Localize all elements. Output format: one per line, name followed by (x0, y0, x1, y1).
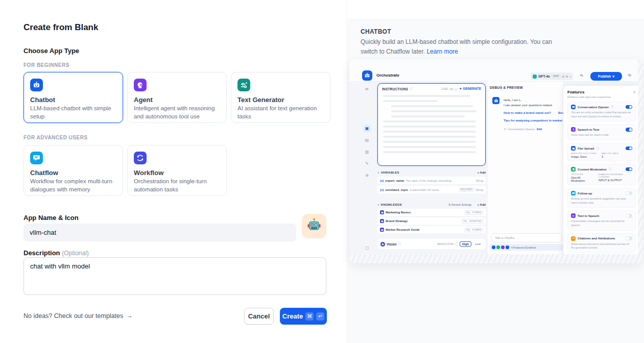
cmd-key-icon: ⌘ (305, 312, 314, 321)
description-optional-text: (Optional) (62, 250, 89, 257)
speech-feature-icon (501, 246, 505, 249)
resolution-label: RESOLUTION (437, 242, 454, 246)
card-description: LLM-based chatbot with simple setup (30, 105, 116, 120)
card-description: Workflow for complex multi-turn dialogue… (30, 178, 116, 193)
app-type-card-workflow[interactable]: Workflow Orchestration for single-turn a… (127, 145, 227, 196)
feature-card-text-to-speech: Text to Speech Conversation messages can… (567, 210, 636, 230)
meta-key: PROVIDER (571, 173, 593, 176)
description-label: Description (Optional) (23, 249, 89, 257)
resolution-low-button: Low (473, 242, 483, 246)
quote-icon (571, 236, 576, 241)
feature-card-file-upload: File Upload ⓘ SUPPORT FILE TYPESImage, D… (567, 143, 636, 161)
app-type-card-agent[interactable]: Agent Intelligent agent with reasoning a… (127, 72, 227, 123)
info-icon: ⓘ (398, 242, 401, 246)
browse-templates-link[interactable]: No ideas? Check out our templates → (23, 312, 133, 320)
instructions-header: INSTRUCTIONS ⓘ 2182 {x} ▢ ✦ GENERATE (378, 84, 485, 93)
opener-icon: ⟲ (504, 128, 506, 131)
suggestion-row: Tips for analyzing competitors in market (504, 118, 564, 123)
swap-icon: ⇄ (365, 87, 369, 91)
app-type-card-chatbot[interactable]: Chatbot LLM-based chatbot with simple se… (23, 72, 123, 123)
create-button[interactable]: Create ⌘ ↵ (280, 308, 327, 325)
vision-icon: ◉ (380, 242, 385, 247)
cancel-button[interactable]: Cancel (244, 308, 274, 325)
app-type-card-text-generator[interactable]: Text Generator AI assistant for text gen… (231, 72, 330, 123)
card-title: Chatbot (30, 96, 116, 104)
add-variable-button: + Add (477, 171, 486, 174)
feature-card-citations: Citations and Attributions Show source d… (567, 233, 636, 253)
chat-input: Talk to DifyBot (491, 233, 562, 242)
beginners-group-label: FOR BEGINNERS (23, 62, 69, 68)
app-name-input[interactable] (23, 224, 296, 241)
chevron-down-icon: ∨ (377, 203, 379, 206)
description-textarea[interactable]: chat with vllm model (23, 257, 326, 295)
publish-button: Publish ▾ (590, 72, 622, 81)
create-button-label: Create (282, 312, 303, 320)
info-icon: ⓘ (609, 167, 612, 171)
card-title: Workflow (134, 169, 220, 177)
variable-row: {x} unrelated_topic A placeholder for to… (377, 186, 486, 193)
workflow-icon (134, 152, 147, 164)
feature-name: Citations and Attributions (578, 237, 615, 240)
feature-card-content-moderation: Content Moderation ⓘ PROVIDEROpenAI Mode… (567, 164, 636, 185)
feature-name: Content Moderation (578, 168, 607, 171)
create-app-modal: Create from Blank Choose App Type FOR BE… (0, 0, 347, 343)
notes-tool-icon: ✎ (363, 160, 371, 167)
features-panel: Features ✕ Enhance web-app user experien… (563, 86, 638, 254)
dataset-icon (380, 210, 384, 214)
dataset-icon (380, 228, 384, 232)
variable-icon: {x} (449, 87, 453, 90)
feature-toggle (626, 146, 632, 151)
model-selector: GPT-4o CHAT ∨ (531, 72, 573, 80)
variable-name: expert_name (385, 179, 404, 182)
feature-toggle (626, 236, 632, 240)
settings-icon (566, 76, 568, 78)
arrow-right-icon: → (126, 312, 133, 320)
variable-type: String (476, 179, 483, 182)
debug-preview-title: DEBUG & PREVIEW (490, 86, 523, 89)
document-tool-icon: ▥ (363, 148, 371, 156)
rerank-icon: ⇅ (448, 203, 451, 206)
bot-avatar (492, 97, 499, 104)
folder-icon (571, 146, 576, 151)
stop-icon: ▢ (365, 246, 369, 250)
edit-opener-link: Edit (537, 128, 542, 131)
resolution-high-button: High (460, 241, 471, 247)
feature-description: Conversation messages can be converted t… (571, 219, 632, 227)
learn-more-link[interactable]: Learn more (426, 48, 458, 55)
model-mode-badge: CHAT (552, 75, 561, 79)
variable-description: A placeholder for topics... (410, 188, 458, 191)
card-title: Chatflow (30, 169, 116, 177)
app-icon-picker[interactable] (302, 214, 326, 238)
chatbot-preview-image: Orchestrate GPT-4o CHAT ∨ ⇆ Publish ▾ ⟲ … (349, 59, 642, 263)
app-name-label: App Name & Icon (23, 214, 79, 222)
greeting-line: I can answer your questions related (504, 103, 564, 108)
app-type-preview-panel: CHATBOT Quickly build an LLM-based chatb… (347, 0, 644, 343)
templates-link-text: No ideas? Check out our templates (23, 312, 123, 320)
description-label-text: Description (23, 249, 60, 257)
sparkle-icon: ✦ (459, 87, 462, 90)
feature-description: Show source document and attributed sect… (571, 242, 632, 250)
info-icon: ⓘ (455, 242, 458, 246)
opener-feature-icon (492, 246, 495, 249)
feature-name: File Upload (578, 147, 594, 150)
preview-canvas: Orchestrate GPT-4o CHAT ∨ ⇆ Publish ▾ ⟲ … (349, 59, 638, 254)
greeting-line: Hello, I am L. (504, 98, 564, 103)
app-type-card-chatflow[interactable]: Chatflow Workflow for complex multi-turn… (23, 145, 123, 196)
beginner-app-type-cards: Chatbot LLM-based chatbot with simple se… (23, 72, 330, 123)
preview-heading: CHATBOT (361, 28, 391, 35)
card-title: Text Generator (237, 96, 324, 104)
variable-icon: {x} (380, 188, 384, 191)
retrieval-badge: HQ · HYBRID (465, 210, 483, 215)
feature-toggle (626, 167, 632, 172)
variables-header: ∨ VARIABLES + Add (377, 169, 486, 176)
generate-label: GENERATE (463, 87, 481, 90)
upload-feature-icon (506, 246, 509, 249)
dataset-name: Brand Strategy (386, 219, 408, 223)
eye-icon: ◉ (381, 242, 384, 246)
card-description: Orchestration for single-turn automation… (134, 178, 220, 193)
enabled-features-bar: 4 Features Enabled (490, 244, 563, 251)
card-description: AI assistant for text generation tasks (237, 105, 324, 120)
preview-description: Quickly build an LLM-based chatbot with … (361, 37, 565, 56)
chat-bubble-icon (571, 105, 576, 109)
meta-value: Image, Docs (571, 155, 597, 158)
